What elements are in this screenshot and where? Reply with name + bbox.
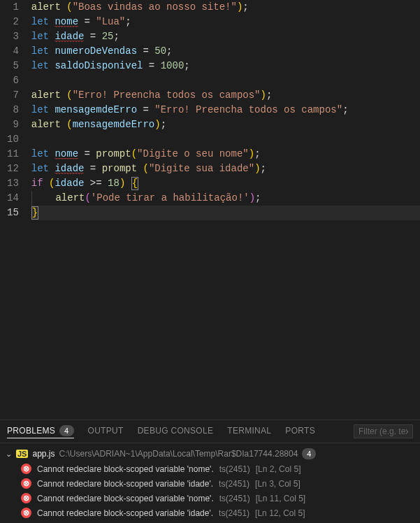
problem-code: ts(2451) (219, 479, 249, 489)
tab-problems[interactable]: PROBLEMS 4 (7, 425, 74, 438)
problems-file-count: 4 (302, 448, 316, 459)
problem-code: ts(2451) (219, 464, 250, 474)
problem-message: Cannot redeclare block-scoped variable '… (37, 464, 214, 474)
tab-problems-label: PROBLEMS (7, 426, 55, 436)
problem-code: ts(2451) (219, 508, 249, 518)
code-line[interactable]: alert ("Erro! Preencha todos os campos")… (31, 88, 420, 103)
problems-list: ⌄ JS app.js C:\Users\ADRIAN~1\AppData\Lo… (0, 443, 420, 523)
line-number: 1 (7, 0, 19, 15)
tab-terminal[interactable]: TERMINAL (227, 426, 271, 437)
code-line[interactable]: let nome = prompt("Digite o seu nome"); (31, 147, 420, 162)
problem-location: [Ln 2, Col 5] (256, 464, 301, 474)
tab-output[interactable]: OUTPUT (88, 426, 124, 437)
problem-code: ts(2451) (219, 494, 250, 503)
code-line[interactable]: alert (mensagemdeErro); (31, 117, 420, 132)
tab-ports[interactable]: PORTS (285, 426, 315, 437)
line-number: 6 (7, 73, 19, 88)
line-number: 8 (7, 103, 19, 117)
problem-row[interactable]: ⊗Cannot redeclare block-scoped variable … (0, 491, 420, 506)
line-number: 3 (7, 29, 19, 44)
line-number: 5 (7, 59, 19, 73)
error-icon: ⊗ (21, 478, 31, 489)
problem-location: [Ln 3, Col 5] (255, 479, 300, 489)
line-number: 11 (7, 147, 19, 162)
code-line[interactable]: } (31, 206, 420, 220)
code-editor[interactable]: 123456789101112131415 alert ("Boas vinda… (0, 0, 420, 420)
problems-filter-input[interactable] (354, 424, 413, 438)
code-content[interactable]: alert ("Boas vindas ao nosso site!");let… (31, 0, 420, 420)
tab-debug-console[interactable]: DEBUG CONSOLE (138, 426, 214, 437)
problems-file-header[interactable]: ⌄ JS app.js C:\Users\ADRIAN~1\AppData\Lo… (0, 446, 420, 461)
problems-file-name: app.js (32, 449, 55, 459)
code-line[interactable]: let nome = "Lua"; (31, 15, 420, 29)
panel-tabs: PROBLEMS 4 OUTPUT DEBUG CONSOLE TERMINAL… (0, 420, 420, 443)
problems-items: ⊗Cannot redeclare block-scoped variable … (0, 461, 420, 520)
problem-message: Cannot redeclare block-scoped variable '… (37, 508, 213, 518)
problem-location: [Ln 12, Col 5] (255, 508, 305, 518)
error-icon: ⊗ (21, 508, 31, 518)
line-number: 10 (7, 132, 19, 147)
code-line[interactable]: let idade = 25; (31, 29, 420, 44)
line-number: 13 (7, 176, 19, 191)
line-number: 15 (7, 206, 19, 220)
line-number-gutter: 123456789101112131415 (0, 0, 31, 420)
line-number: 12 (7, 162, 19, 176)
error-icon: ⊗ (21, 493, 31, 503)
code-line[interactable]: let numeroDeVendas = 50; (31, 44, 420, 59)
code-line[interactable]: let mensagemdeErro = "Erro! Preencha tod… (31, 103, 420, 117)
js-file-icon: JS (16, 450, 28, 458)
code-line[interactable]: alert('Pode tirar a habilitação!'); (31, 191, 420, 206)
line-number: 2 (7, 15, 19, 29)
problem-message: Cannot redeclare block-scoped variable '… (37, 479, 213, 489)
problem-location: [Ln 11, Col 5] (256, 494, 305, 503)
problems-badge: 4 (59, 425, 73, 436)
problems-file-path: C:\Users\ADRIAN~1\AppData\Local\Temp\Rar… (59, 449, 298, 459)
line-number: 7 (7, 88, 19, 103)
problem-message: Cannot redeclare block-scoped variable '… (37, 494, 214, 503)
code-line[interactable]: alert ("Boas vindas ao nosso site!"); (31, 0, 420, 15)
error-icon: ⊗ (21, 464, 31, 474)
code-line[interactable]: let idade = prompt ("Digite sua idade"); (31, 162, 420, 176)
problem-row[interactable]: ⊗Cannot redeclare block-scoped variable … (0, 476, 420, 491)
problem-row[interactable]: ⊗Cannot redeclare block-scoped variable … (0, 506, 420, 520)
code-line[interactable] (31, 132, 420, 147)
problem-row[interactable]: ⊗Cannot redeclare block-scoped variable … (0, 461, 420, 476)
code-line[interactable] (31, 73, 420, 88)
code-line[interactable]: let saldoDisponivel = 1000; (31, 59, 420, 73)
bottom-panel: PROBLEMS 4 OUTPUT DEBUG CONSOLE TERMINAL… (0, 420, 420, 523)
line-number: 4 (7, 44, 19, 59)
code-line[interactable]: if (idade >= 18) { (31, 176, 420, 191)
line-number: 9 (7, 117, 19, 132)
line-number: 14 (7, 191, 19, 206)
chevron-down-icon: ⌄ (6, 450, 12, 459)
